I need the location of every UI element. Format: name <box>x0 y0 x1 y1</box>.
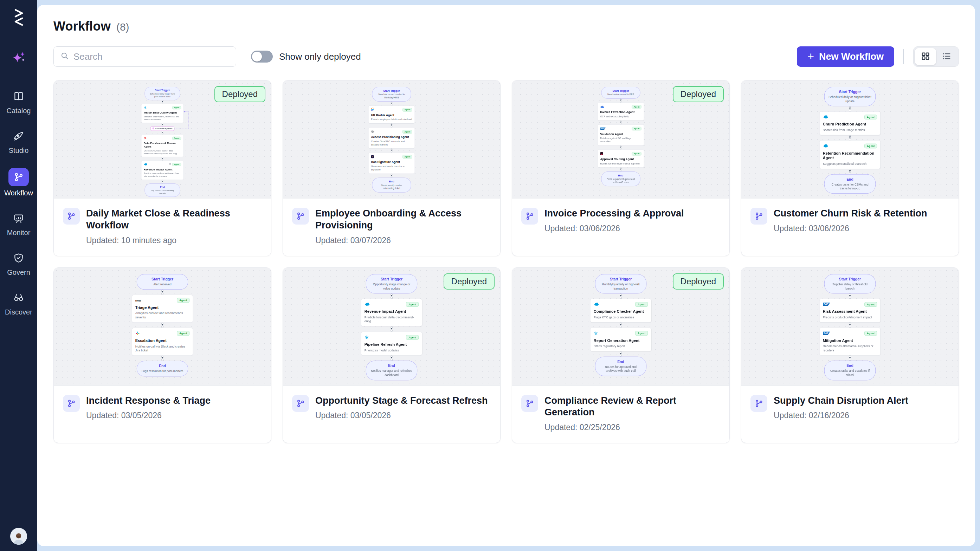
flow-connector <box>162 123 163 127</box>
workflow-branch-icon <box>63 208 80 225</box>
agent-badge: Agent <box>172 137 181 140</box>
search-input[interactable] <box>73 51 229 62</box>
agent-node-desc: Predicts revenue forecast impact from la… <box>144 172 181 178</box>
view-switcher <box>913 46 959 67</box>
sidebar-item-label: Catalog <box>7 107 31 115</box>
workflow-updated: Updated: 03/06/2026 <box>544 224 684 233</box>
main-panel: Workflow (8) Show only deployed + New Wo <box>37 5 975 546</box>
workflow-card[interactable]: Start TriggerAlert receivednowAgentTriag… <box>53 267 271 443</box>
sap-icon: SAP <box>823 331 830 335</box>
agent-node: nowAgentTriage AgentAnalyzes context and… <box>132 294 193 322</box>
flow-connector <box>161 322 164 327</box>
workflow-card[interactable]: Deployed Start TriggerScheduled daily tr… <box>53 80 271 256</box>
agent-node: AgentCompliance Checker AgentFlags KYC g… <box>590 299 651 322</box>
workflow-card[interactable]: Deployed Start TriggerOpportunity stage … <box>283 267 501 443</box>
deployed-badge: Deployed <box>673 273 724 289</box>
workflow-preview: Start TriggerSupplier delay or threshold… <box>741 268 959 386</box>
agent-node-title: Data Freshness & Re-run Agent <box>144 141 181 148</box>
workflow-title: Opportunity Stage & Forecast Refresh <box>315 395 488 407</box>
flow-connector <box>391 102 392 105</box>
sidebar-item-studio[interactable]: Studio <box>0 128 37 155</box>
end-node-title: End <box>141 364 184 368</box>
workflow-card[interactable]: Start TriggerSupplier delay or threshold… <box>741 267 959 443</box>
start-trigger-node: Start TriggerScheduled daily trigger run… <box>145 87 180 100</box>
flow-connector <box>391 355 393 360</box>
studio-icon <box>11 128 26 144</box>
workflow-card[interactable]: Start TriggerScheduled daily or support … <box>741 80 959 256</box>
card-footer: Opportunity Stage & Forecast Refresh Upd… <box>283 386 500 431</box>
agent-node-desc: Suggests personalized outreach <box>823 162 877 166</box>
sidebar-item-govern[interactable]: Govern <box>0 250 37 276</box>
end-node-title: End <box>599 359 642 364</box>
search-icon <box>60 51 69 62</box>
new-workflow-button[interactable]: + New Workflow <box>797 46 894 67</box>
agent-badge: Agent <box>632 152 641 155</box>
flow-connector <box>620 146 622 149</box>
start-trigger-node: Start TriggerNew hire record created in … <box>372 87 411 102</box>
end-node-title: End <box>375 180 408 183</box>
flow-connector <box>161 356 164 361</box>
toolbar-right: + New Workflow <box>797 46 959 67</box>
sidebar-item-label: Discover <box>5 308 32 316</box>
agent-badge: Agent <box>402 155 412 159</box>
agent-node-title: Pipeline Refresh Agent <box>364 342 418 347</box>
sidebar: Catalog Studio W <box>0 0 37 551</box>
agent-node-title: Market Data Quality Agent <box>144 111 181 114</box>
agent-badge: Agent <box>864 302 877 306</box>
sparkle-icon[interactable] <box>11 51 26 67</box>
agent-node-title: Doc Signature Agent <box>371 160 412 164</box>
agent-node-desc: Predicts forecast delta (recommend-only) <box>364 315 418 323</box>
agent-node-desc: Recommends alternative suppliers or reor… <box>823 344 877 352</box>
workflow-card[interactable]: Deployed Start TriggerMonthly/quarterly … <box>512 267 730 443</box>
sidebar-item-label: Studio <box>9 146 29 155</box>
start-trigger-node-desc: Monthly/quarterly or high-risk transacti… <box>599 282 642 290</box>
flow-connector <box>391 174 392 178</box>
agent-node-desc: Drafts regulatory report <box>594 344 648 348</box>
sidebar-item-workflow[interactable]: Workflow <box>0 168 37 197</box>
workflow-card[interactable]: Deployed Start TriggerNew invoice record… <box>512 80 730 256</box>
agent-node-title: Approval Routing Agent <box>600 157 641 161</box>
okta-icon <box>371 130 374 133</box>
sidebar-item-monitor[interactable]: Monitor <box>0 211 37 237</box>
workflow-title: Supply Chain Disruption Alert <box>774 395 908 407</box>
salesforce-icon <box>823 144 828 148</box>
agent-node-desc: Creates Okta/SSO accounts and assigns li… <box>371 140 412 146</box>
start-trigger-node-title: Start Trigger <box>829 277 871 281</box>
agent-node-title: Churn Prediction Agent <box>823 122 877 127</box>
user-avatar[interactable] <box>10 528 27 545</box>
flow-connector <box>391 294 393 299</box>
agent-node-title: Retention Recommendation Agent <box>823 151 877 160</box>
page-title: Workflow (8) <box>53 19 959 34</box>
agent-node: AgentRevenue Impact AgentPredicts revenu… <box>141 160 183 179</box>
main-area: Workflow (8) Show only deployed + New Wo <box>37 0 980 551</box>
agent-node: WAgentHR Profile AgentExtracts employee … <box>368 105 415 123</box>
flow-connector <box>620 322 622 327</box>
flow-connector <box>620 168 622 171</box>
agent-node: AgentInvoice Extraction AgentOCR and ext… <box>598 103 644 121</box>
list-view-button[interactable] <box>936 48 957 65</box>
sidebar-item-discover[interactable]: Discover <box>0 290 37 316</box>
card-footer: Daily Market Close & Readiness Workflow … <box>54 198 271 256</box>
agent-node-desc: Predicts production/shipment impact <box>823 315 877 319</box>
end-node: EndLog metrics to monitoring domain <box>145 183 180 197</box>
start-trigger-node-title: Start Trigger <box>605 89 637 92</box>
workflow-card[interactable]: Start TriggerNew hire record created in … <box>283 80 501 256</box>
end-node: EndSends email, creates onboarding ticke… <box>372 178 411 192</box>
agent-node: AgentRevenue Impact AgentPredicts foreca… <box>361 299 422 326</box>
search-box[interactable] <box>53 46 236 67</box>
workflow-updated: Updated: 10 minutes ago <box>86 236 262 245</box>
flow-connector <box>849 355 851 360</box>
agent-badge: Agent <box>864 144 877 148</box>
agent-node: SAPAgentRisk Assessment AgentPredicts pr… <box>819 299 881 322</box>
grid-view-button[interactable] <box>915 48 936 65</box>
agent-node-title: Mitigation Agent <box>823 338 877 343</box>
end-node-desc: Creates tasks and escalates if critical <box>829 369 871 377</box>
brand-logo-icon[interactable] <box>10 8 27 29</box>
end-node-desc: Creates tasks for CSMs and tracks follow… <box>829 183 871 191</box>
workflow-diagram: Start TriggerMonthly/quarterly or high-r… <box>590 274 651 339</box>
show-deployed-toggle[interactable] <box>251 51 273 62</box>
sidebar-item-catalog[interactable]: Catalog <box>0 89 37 115</box>
page-title-text: Workflow <box>53 19 111 34</box>
agent-node-title: Report Generation Agent <box>594 338 648 343</box>
list-view-icon <box>942 51 951 62</box>
